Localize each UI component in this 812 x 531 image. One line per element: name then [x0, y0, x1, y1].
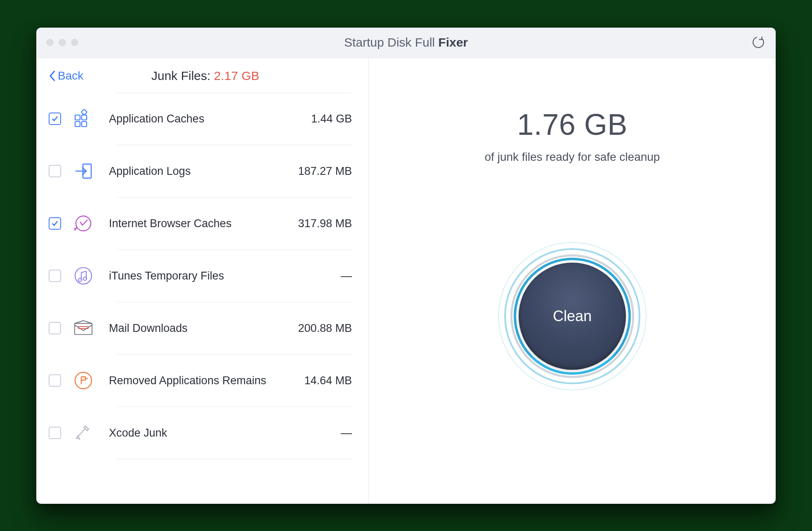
titlebar: Startup Disk Full Fixer	[36, 28, 776, 58]
item-label: Removed Applications Remains	[109, 374, 294, 387]
list-item[interactable]: Application Logs187.27 MB	[36, 145, 368, 197]
checkbox[interactable]	[49, 322, 61, 334]
svg-point-7	[75, 268, 92, 284]
left-pane: Back Junk Files: 2.17 GB Application Cac…	[36, 58, 369, 504]
checkbox[interactable]	[49, 165, 61, 177]
junk-list: Application Caches1.44 GBApplication Log…	[36, 93, 368, 504]
list-item[interactable]: Internet Browser Caches317.98 MB	[36, 197, 368, 250]
app-logs-icon	[73, 161, 93, 181]
app-window: Startup Disk Full Fixer Back Junk Files:…	[36, 28, 776, 504]
xcode-icon	[73, 423, 93, 443]
zoom-icon[interactable]	[71, 39, 78, 46]
junk-label: Junk Files:	[151, 69, 214, 82]
ring-icon	[514, 258, 631, 375]
junk-files-title: Junk Files: 2.17 GB	[83, 69, 352, 83]
removed-apps-icon	[73, 371, 93, 390]
left-header: Back Junk Files: 2.17 GB	[36, 58, 368, 93]
checkbox[interactable]	[49, 427, 61, 439]
title-prefix: Startup Disk Full	[344, 35, 438, 49]
item-label: Application Caches	[109, 113, 294, 125]
item-size: 317.98 MB	[294, 217, 352, 230]
chevron-left-icon	[49, 70, 57, 82]
svg-rect-3	[82, 122, 87, 127]
item-size: —	[294, 270, 352, 282]
item-size: 187.27 MB	[294, 165, 352, 178]
list-item[interactable]: Application Caches1.44 GB	[36, 93, 368, 145]
list-item[interactable]: iTunes Temporary Files—	[36, 250, 368, 302]
title-bold: Fixer	[438, 35, 468, 49]
checkbox[interactable]	[49, 217, 61, 230]
item-label: Application Logs	[109, 165, 294, 178]
traffic-lights	[46, 39, 78, 46]
refresh-button[interactable]	[750, 35, 764, 49]
svg-rect-1	[75, 122, 80, 127]
back-button[interactable]: Back	[49, 69, 83, 82]
item-size: —	[294, 427, 352, 439]
svg-point-6	[76, 216, 91, 231]
item-label: Xcode Junk	[109, 427, 294, 439]
svg-rect-4	[81, 109, 87, 115]
right-pane: 1.76 GB of junk files ready for safe cle…	[369, 58, 776, 504]
app-caches-icon	[73, 109, 93, 129]
item-label: Internet Browser Caches	[109, 217, 294, 230]
selected-size: 1.76 GB	[517, 108, 628, 141]
list-item[interactable]: Removed Applications Remains14.64 MB	[36, 355, 368, 407]
window-title: Startup Disk Full Fixer	[36, 35, 776, 49]
close-icon[interactable]	[46, 39, 54, 46]
svg-rect-0	[75, 115, 80, 120]
content: Back Junk Files: 2.17 GB Application Cac…	[36, 58, 776, 504]
minimize-icon[interactable]	[59, 39, 66, 46]
selected-subtitle: of junk files ready for safe cleanup	[485, 150, 660, 164]
item-size: 14.64 MB	[294, 374, 352, 387]
list-item[interactable]: Xcode Junk—	[36, 407, 368, 459]
clean-button-wrap: Clean	[498, 242, 647, 390]
back-label: Back	[58, 69, 83, 82]
junk-size: 2.17 GB	[214, 69, 259, 82]
itunes-icon	[73, 266, 93, 286]
item-label: Mail Downloads	[109, 322, 294, 335]
mail-icon	[73, 318, 93, 338]
item-size: 200.88 MB	[294, 322, 352, 335]
browser-caches-icon	[73, 214, 93, 233]
checkbox[interactable]	[49, 270, 61, 282]
item-label: iTunes Temporary Files	[109, 270, 294, 282]
checkbox[interactable]	[49, 374, 61, 387]
refresh-icon	[750, 35, 764, 49]
svg-rect-2	[82, 115, 87, 120]
checkbox[interactable]	[49, 113, 61, 125]
item-size: 1.44 GB	[294, 113, 352, 125]
list-item[interactable]: Mail Downloads200.88 MB	[36, 302, 368, 355]
